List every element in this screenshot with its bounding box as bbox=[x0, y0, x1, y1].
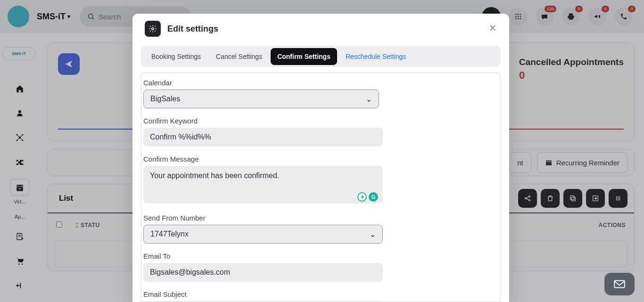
bulb-icon: ✦ bbox=[357, 192, 367, 202]
email-to-label: Email To bbox=[143, 252, 498, 260]
send-from-value: 1747Telynx bbox=[150, 230, 189, 238]
chevron-down-icon: ⌄ bbox=[370, 230, 376, 239]
close-icon bbox=[488, 24, 497, 32]
email-to-input[interactable] bbox=[143, 263, 383, 282]
edit-settings-modal: Edit settings Booking Settings Cancel Se… bbox=[132, 14, 509, 302]
svg-rect-29 bbox=[614, 280, 625, 287]
email-subject-label: Email Subject bbox=[143, 290, 498, 298]
confirm-message-label: Confirm Message bbox=[143, 155, 498, 163]
tab-booking-settings[interactable]: Booking Settings bbox=[145, 48, 207, 65]
settings-tabs: Booking Settings Cancel Settings Confirm… bbox=[141, 46, 501, 67]
calendar-label: Calendar bbox=[143, 79, 498, 87]
support-chat-button[interactable] bbox=[604, 273, 635, 295]
gear-icon-badge bbox=[145, 21, 161, 37]
modal-body: Calendar BigSales ⌄ Confirm Keyword Conf… bbox=[141, 73, 501, 302]
tab-cancel-settings[interactable]: Cancel Settings bbox=[209, 48, 269, 65]
mail-icon bbox=[613, 279, 626, 289]
confirm-keyword-label: Confirm Keyword bbox=[143, 117, 498, 125]
modal-title: Edit settings bbox=[167, 24, 218, 34]
tab-reschedule-settings[interactable]: Reschedule Settings bbox=[339, 48, 413, 65]
calendar-select-value: BigSales bbox=[150, 95, 180, 103]
confirm-keyword-input[interactable] bbox=[143, 128, 383, 147]
grammar-widget[interactable]: ✦ G bbox=[357, 192, 378, 202]
close-button[interactable] bbox=[488, 24, 497, 34]
send-from-select[interactable]: 1747Telynx ⌄ bbox=[143, 225, 383, 244]
gear-icon bbox=[149, 24, 157, 33]
chevron-down-icon: ⌄ bbox=[366, 95, 372, 104]
grammarly-icon: G bbox=[369, 192, 378, 202]
calendar-select[interactable]: BigSales ⌄ bbox=[143, 90, 379, 108]
send-from-label: Send From Number bbox=[143, 214, 498, 222]
tab-confirm-settings[interactable]: Confirm Settings bbox=[271, 48, 337, 65]
svg-point-28 bbox=[152, 28, 154, 30]
confirm-message-textarea[interactable] bbox=[143, 166, 383, 204]
